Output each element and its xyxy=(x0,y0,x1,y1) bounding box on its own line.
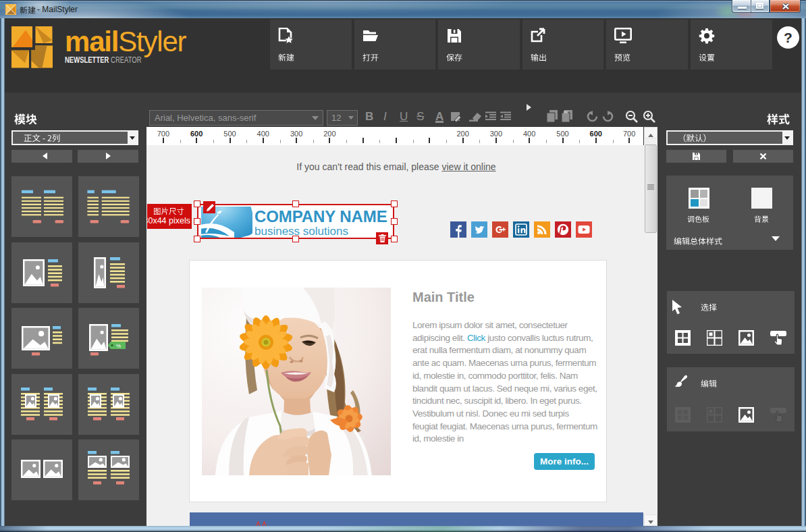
svg-text:?: ? xyxy=(784,30,792,45)
svg-text:%: % xyxy=(116,343,121,349)
